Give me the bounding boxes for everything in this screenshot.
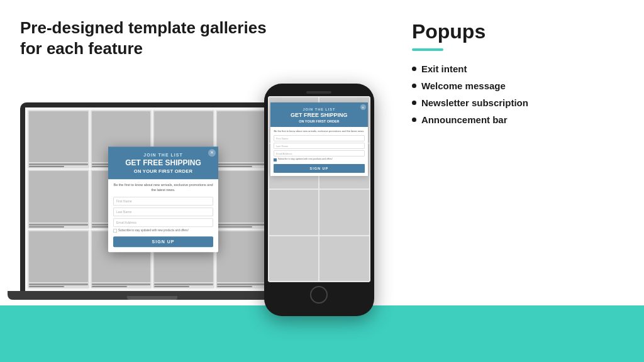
- popup-description: Be the first to know about new arrivals,…: [113, 183, 213, 192]
- devices-area: ✕ JOIN THE LIST GET FREE SHIPPING ON YOU…: [20, 71, 387, 316]
- phone-speaker: [306, 91, 331, 94]
- bullet-text: Exit intent: [421, 63, 467, 74]
- bullet-item-1: Welcome message: [412, 80, 624, 91]
- phone-popup: ✕ JOIN THE LIST GET FREE SHIPPING ON YOU…: [270, 102, 368, 176]
- popup-email-input[interactable]: Email Address: [113, 218, 213, 227]
- product-item: [28, 230, 89, 288]
- product-item: [28, 110, 89, 168]
- feature-list: Exit intentWelcome messageNewsletter sub…: [412, 63, 624, 125]
- popup-header: ✕ JOIN THE LIST GET FREE SHIPPING ON YOU…: [108, 146, 218, 179]
- bullet-dot: [412, 101, 416, 105]
- page-wrapper: Pre-designed template galleries for each…: [0, 0, 644, 362]
- phone-popup-lastname-input[interactable]: Last Name: [274, 143, 365, 149]
- phone-popup-subline: ON YOUR FIRST ORDER: [274, 119, 364, 123]
- phone-popup-header: ✕ JOIN THE LIST GET FREE SHIPPING ON YOU…: [270, 102, 368, 127]
- bullet-text: Newsletter subscription: [421, 97, 528, 108]
- phone-home-button[interactable]: [268, 286, 370, 304]
- phone-popup-close-icon[interactable]: ✕: [360, 104, 366, 110]
- laptop-content: ✕ JOIN THE LIST GET FREE SHIPPING ON YOU…: [25, 107, 279, 291]
- phone-mockup: ✕ JOIN THE LIST GET FREE SHIPPING ON YOU…: [264, 84, 374, 316]
- bullet-dot: [412, 84, 416, 88]
- right-section: Popups Exit intentWelcome messageNewslet…: [399, 0, 644, 362]
- laptop-popup: ✕ JOIN THE LIST GET FREE SHIPPING ON YOU…: [108, 146, 218, 252]
- laptop-base: [8, 291, 297, 300]
- phone-bg-item: [269, 190, 319, 235]
- bullet-dot: [412, 67, 416, 71]
- laptop-screen-outer: ✕ JOIN THE LIST GET FREE SHIPPING ON YOU…: [20, 102, 284, 291]
- bullet-item-2: Newsletter subscription: [412, 97, 624, 108]
- popup-lastname-input[interactable]: Last Name: [113, 207, 213, 216]
- product-item: [28, 170, 89, 228]
- phone-bg-item: [319, 236, 369, 282]
- phone-popup-checkbox-row: Subscribe to stay updated with new produ…: [274, 158, 365, 162]
- popup-subline: ON YOUR FIRST ORDER: [113, 168, 213, 174]
- phone-popup-headline: GET FREE SHIPPING: [274, 112, 364, 119]
- popup-firstname-input[interactable]: First Name: [113, 197, 213, 206]
- phone-popup-firstname-input[interactable]: First Name: [274, 135, 365, 141]
- phone-bg-item: [319, 190, 369, 235]
- popup-close-icon[interactable]: ✕: [208, 149, 216, 156]
- phone-home-circle: [310, 286, 328, 304]
- bullet-text: Welcome message: [421, 80, 506, 91]
- phone-popup-signup-button[interactable]: SIGN UP: [274, 164, 365, 173]
- phone-popup-description: Be the first to know about new arrivals,…: [274, 129, 365, 133]
- page-heading: Pre-designed template galleries for each…: [20, 18, 387, 58]
- popup-join-text: JOIN THE LIST: [113, 153, 213, 157]
- bullet-text: Announcement bar: [421, 114, 508, 125]
- phone-notch: [268, 91, 370, 94]
- phone-popup-checkbox[interactable]: [274, 158, 277, 162]
- popup-checkbox[interactable]: [113, 229, 117, 233]
- section-title: Popups: [412, 20, 624, 43]
- laptop-screen-inner: ✕ JOIN THE LIST GET FREE SHIPPING ON YOU…: [25, 107, 279, 291]
- phone-bg-item: [269, 236, 319, 282]
- popup-signup-button[interactable]: SIGN UP: [113, 236, 213, 247]
- bullet-item-3: Announcement bar: [412, 114, 624, 125]
- phone-popup-body: Be the first to know about new arrivals,…: [270, 127, 368, 176]
- popup-body: Be the first to know about new arrivals,…: [108, 179, 218, 251]
- bullet-dot: [412, 118, 416, 122]
- phone-popup-join-text: JOIN THE LIST: [274, 107, 364, 111]
- left-section: Pre-designed template galleries for each…: [0, 0, 399, 362]
- bullet-item-0: Exit intent: [412, 63, 624, 74]
- popup-checkbox-label: Subscribe to stay updated with new produ…: [118, 229, 189, 233]
- phone-screen: ✕ JOIN THE LIST GET FREE SHIPPING ON YOU…: [268, 96, 370, 282]
- phone-popup-checkbox-label: Subscribe to stay updated with new produ…: [278, 158, 333, 161]
- teal-underline: [412, 48, 443, 51]
- laptop-mockup: ✕ JOIN THE LIST GET FREE SHIPPING ON YOU…: [20, 102, 284, 316]
- popup-checkbox-row: Subscribe to stay updated with new produ…: [113, 229, 213, 233]
- popup-headline: GET FREE SHIPPING: [113, 159, 213, 167]
- phone-popup-email-input[interactable]: Email Address: [274, 150, 365, 156]
